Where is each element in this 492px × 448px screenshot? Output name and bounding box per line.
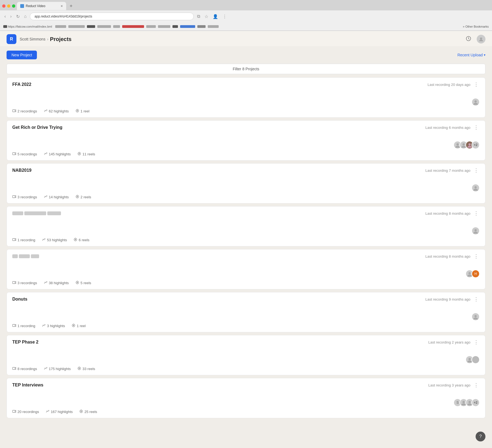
reels-stat: 33 reels (77, 366, 95, 371)
svg-point-1 (480, 37, 482, 40)
avatar-count: +2 (472, 398, 480, 407)
more-options-button[interactable]: ⋮ (473, 125, 480, 130)
bookmark-fatcow[interactable]: https://fatcow.com/mail/index.bml (3, 25, 52, 28)
bookmark-button[interactable]: ☆ (203, 13, 209, 20)
project-card-footer: 2 recordings 62 highlights (12, 109, 480, 114)
more-options-button[interactable]: ⋮ (473, 254, 480, 259)
highlights-icon (44, 366, 48, 371)
reels-icon (77, 152, 81, 156)
extensions-button[interactable]: ⧉ (196, 13, 201, 19)
svg-point-12 (79, 153, 80, 154)
highlights-stat: 167 highlights (46, 409, 73, 414)
user-avatar[interactable] (477, 35, 485, 43)
svg-point-27 (77, 282, 78, 283)
recordings-icon (12, 409, 16, 414)
project-card[interactable]: FFA 2022 Last recording 20 days ago ⋮ 2 … (7, 77, 485, 118)
project-card[interactable]: Donuts Last recording 9 months ago ⋮ 1 r… (7, 292, 485, 332)
minimize-window-button[interactable] (7, 4, 10, 8)
reels-stat: 2 reels (75, 195, 91, 199)
more-options-button[interactable]: ⋮ (473, 297, 480, 302)
project-title-placeholder (12, 254, 39, 258)
project-card[interactable]: Last recording 8 months ago ⋮ 1 recordin… (7, 206, 485, 246)
highlights-stat: 14 highlights (44, 195, 69, 199)
placeholder-block (12, 254, 18, 258)
reels-icon (77, 366, 81, 371)
highlights-label: 175 highlights (49, 367, 71, 371)
more-options-button[interactable]: ⋮ (473, 383, 480, 388)
reels-stat: 5 reels (75, 281, 91, 285)
svg-point-7 (456, 143, 459, 146)
more-options-button[interactable]: ⋮ (473, 168, 480, 173)
more-options-button[interactable]: ⋮ (473, 340, 480, 345)
history-button[interactable] (465, 35, 472, 44)
menu-button[interactable]: ⋮ (221, 13, 228, 20)
maximize-window-button[interactable] (12, 4, 15, 8)
recordings-stat: 1 recording (12, 238, 35, 242)
project-card-body: S+2 (12, 390, 480, 407)
svg-point-5 (77, 110, 78, 111)
highlights-label: 3 highlights (47, 324, 65, 328)
svg-point-39 (462, 401, 465, 403)
reels-label: 6 reels (79, 238, 89, 242)
forward-button[interactable]: › (9, 13, 13, 19)
project-title: NAB2019 (12, 168, 31, 173)
recordings-stat: 2 recordings (12, 109, 37, 114)
project-card[interactable]: NAB2019 Last recording 7 months ago ⋮ 3 … (7, 163, 485, 203)
project-card-header: Get Rich or Drive Trying Last recording … (12, 125, 480, 130)
reels-label: 11 reels (83, 152, 95, 156)
help-button[interactable]: ? (476, 432, 485, 441)
last-recording-label: Last recording 8 months ago (425, 211, 470, 216)
svg-rect-41 (13, 410, 15, 412)
project-title-placeholder (12, 211, 61, 215)
project-card[interactable]: TEP Phase 2 Last recording 2 years ago ⋮… (7, 335, 485, 375)
svg-rect-10 (13, 153, 15, 155)
svg-point-29 (475, 315, 477, 317)
svg-point-34 (468, 358, 471, 360)
project-title: FFA 2022 (12, 82, 31, 87)
bookmarks-bar: https://fatcow.com/mail/index.bml » Othe… (0, 22, 492, 31)
highlights-icon (42, 238, 46, 242)
placeholder-block (24, 211, 46, 215)
reels-label: 33 reels (83, 367, 95, 371)
back-button[interactable]: ‹ (3, 13, 7, 19)
close-window-button[interactable] (2, 4, 5, 8)
highlights-icon (44, 109, 48, 114)
profile-button[interactable]: 👤 (212, 13, 219, 20)
project-card-body (12, 347, 480, 364)
recent-upload-button[interactable]: Recent Upload ▾ (457, 53, 485, 57)
tab-close-icon[interactable]: × (61, 4, 63, 8)
project-card[interactable]: TEP Interviews Last recording 3 years ag… (7, 378, 485, 418)
recordings-stat: 1 recording (12, 324, 35, 328)
home-button[interactable]: ⌂ (23, 13, 28, 19)
tab-title: Reduct Video (26, 4, 59, 8)
reels-icon (75, 281, 79, 285)
recordings-stat: 8 recordings (12, 366, 37, 371)
recordings-stat: 3 recordings (12, 281, 37, 285)
svg-point-17 (77, 196, 78, 197)
project-card-body (12, 304, 480, 321)
project-card[interactable]: Last recording 8 months ago ⋮ H 3 record… (7, 249, 485, 289)
address-bar[interactable]: app.reduct.video/#/o/4143dd19/projects (30, 13, 194, 20)
project-card-footer: 20 recordings 167 highlights (12, 409, 480, 414)
new-project-button[interactable]: New Project (7, 51, 37, 59)
more-options-button[interactable]: ⋮ (473, 211, 480, 216)
reels-label: 1 reel (81, 109, 90, 113)
new-tab-button[interactable]: + (67, 2, 75, 10)
active-tab[interactable]: Reduct Video × (17, 2, 66, 10)
recordings-label: 2 recordings (17, 109, 37, 113)
project-card[interactable]: Get Rich or Drive Trying Last recording … (7, 120, 485, 161)
reels-icon (79, 409, 83, 414)
filter-bar[interactable]: Filter 8 Projects (7, 64, 485, 74)
project-card-header: Last recording 8 months ago ⋮ (12, 211, 480, 216)
avatar (472, 313, 480, 321)
more-options-button[interactable]: ⋮ (473, 82, 480, 87)
breadcrumb-user[interactable]: Scott Simmons (20, 37, 45, 41)
project-avatars (472, 313, 480, 321)
highlights-stat: 145 highlights (44, 152, 71, 156)
avatar: H (472, 270, 480, 278)
project-card-header: FFA 2022 Last recording 20 days ago ⋮ (12, 82, 480, 87)
refresh-button[interactable]: ↻ (15, 13, 21, 20)
project-card-header: Last recording 8 months ago ⋮ (12, 254, 480, 259)
svg-point-19 (475, 229, 477, 231)
project-avatars (472, 227, 480, 235)
